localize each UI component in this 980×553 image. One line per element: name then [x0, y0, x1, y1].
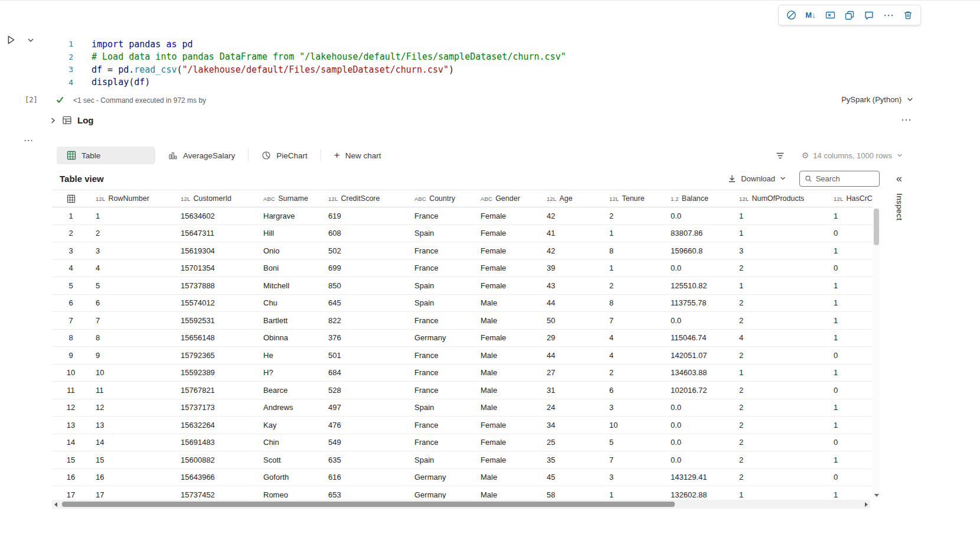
table-cell[interactable]: 50: [541, 312, 603, 329]
column-header-surname[interactable]: ABCSurname: [257, 190, 322, 207]
table-cell[interactable]: 5: [603, 434, 665, 451]
delete-cell-icon[interactable]: [901, 9, 914, 22]
row-index[interactable]: 3: [52, 242, 90, 259]
table-cell[interactable]: Male: [475, 382, 541, 399]
markdown-icon[interactable]: M↓: [804, 9, 817, 22]
table-cell[interactable]: 4: [603, 347, 665, 364]
table-cell[interactable]: 15592389: [175, 365, 257, 382]
table-cell[interactable]: 616: [322, 469, 409, 486]
table-cell[interactable]: 15737888: [175, 277, 257, 294]
column-header-tenure[interactable]: 12LTenure: [603, 190, 665, 207]
table-cell[interactable]: 1: [733, 225, 828, 242]
filter-icon[interactable]: [775, 151, 785, 161]
table-cell[interactable]: Spain: [409, 295, 475, 312]
column-header-gender[interactable]: ABCGender: [475, 190, 541, 207]
table-cell[interactable]: 2: [733, 417, 828, 434]
vertical-scrollbar-thumb[interactable]: [874, 209, 879, 245]
row-index[interactable]: 4: [52, 260, 90, 277]
table-cell[interactable]: France: [409, 312, 475, 329]
table-cell[interactable]: Spain: [409, 399, 475, 417]
table-cell[interactable]: 15701354: [175, 260, 257, 277]
cell-collapse-chevron-icon[interactable]: [26, 35, 35, 47]
table-cell[interactable]: 11: [90, 382, 175, 399]
table-cell[interactable]: 1: [828, 207, 873, 225]
table-cell[interactable]: 15600882: [175, 451, 257, 469]
comment-icon[interactable]: [863, 9, 876, 22]
table-cell[interactable]: 1: [603, 486, 665, 499]
row-index[interactable]: 12: [52, 399, 90, 417]
row-index[interactable]: 13: [52, 417, 90, 434]
table-cell[interactable]: 1: [733, 277, 828, 294]
table-cell[interactable]: 4: [90, 260, 175, 277]
table-cell[interactable]: France: [409, 260, 475, 277]
table-cell[interactable]: 2: [603, 207, 665, 225]
clear-output-icon[interactable]: [824, 9, 837, 22]
row-index[interactable]: 17: [52, 486, 90, 499]
table-cell[interactable]: 2: [90, 225, 175, 242]
tab-averagesalary[interactable]: AverageSalary: [155, 147, 248, 164]
column-header-numofproducts[interactable]: 12LNumOfProducts: [733, 190, 828, 207]
table-cell[interactable]: 102016.72: [665, 382, 733, 399]
table-cell[interactable]: 8: [603, 295, 665, 312]
table-cell[interactable]: 43: [541, 277, 603, 294]
table-cell[interactable]: 15737173: [175, 399, 257, 417]
table-cell[interactable]: 115046.74: [665, 330, 733, 347]
table-cell[interactable]: 502: [322, 242, 409, 259]
table-cell[interactable]: 142051.07: [665, 347, 733, 364]
table-cell[interactable]: 15656148: [175, 330, 257, 347]
table-cell[interactable]: 1: [828, 330, 873, 347]
table-cell[interactable]: 2: [733, 295, 828, 312]
column-header-age[interactable]: 12LAge: [541, 190, 603, 207]
table-cell[interactable]: 4: [733, 330, 828, 347]
table-cell[interactable]: 1: [733, 486, 828, 499]
tab-table[interactable]: Table: [57, 147, 155, 164]
table-cell[interactable]: Female: [475, 260, 541, 277]
table-cell[interactable]: 17: [90, 486, 175, 499]
table-cell[interactable]: 3: [733, 242, 828, 259]
row-index[interactable]: 8: [52, 330, 90, 347]
table-cell[interactable]: 0.0: [665, 417, 733, 434]
table-cell[interactable]: France: [409, 417, 475, 434]
table-cell[interactable]: Female: [475, 434, 541, 451]
vertical-scrollbar[interactable]: [873, 207, 880, 499]
table-cell[interactable]: Female: [475, 277, 541, 294]
table-cell[interactable]: 1: [90, 207, 175, 225]
table-cell[interactable]: 15: [90, 451, 175, 469]
table-cell[interactable]: 125510.82: [665, 277, 733, 294]
table-cell[interactable]: 3: [603, 399, 665, 417]
table-cell[interactable]: 159660.8: [665, 242, 733, 259]
table-cell[interactable]: 7: [603, 451, 665, 469]
table-cell[interactable]: Spain: [409, 277, 475, 294]
table-cell[interactable]: 376: [322, 330, 409, 347]
table-cell[interactable]: France: [409, 242, 475, 259]
table-cell[interactable]: 1: [828, 451, 873, 469]
tab-piechart[interactable]: PieChart: [249, 147, 321, 164]
table-cell[interactable]: 645: [322, 295, 409, 312]
table-cell[interactable]: 0: [828, 469, 873, 486]
table-cell[interactable]: 35: [541, 451, 603, 469]
table-cell[interactable]: 2: [733, 451, 828, 469]
table-cell[interactable]: Obinna: [257, 330, 322, 347]
table-cell[interactable]: 41: [541, 225, 603, 242]
table-cell[interactable]: Male: [475, 469, 541, 486]
table-cell[interactable]: 2: [733, 382, 828, 399]
table-cell[interactable]: 10: [90, 365, 175, 382]
horizontal-scrollbar-thumb[interactable]: [62, 502, 675, 507]
table-corner-grid-icon[interactable]: [52, 190, 90, 207]
duplicate-cell-icon[interactable]: [843, 9, 856, 22]
table-cell[interactable]: Male: [475, 486, 541, 499]
row-index[interactable]: 1: [52, 207, 90, 225]
row-index[interactable]: 7: [52, 312, 90, 329]
log-more-icon[interactable]: ⋯: [901, 113, 912, 126]
scroll-down-arrow-icon[interactable]: [874, 494, 879, 497]
table-cell[interactable]: 6: [603, 382, 665, 399]
table-cell[interactable]: 1: [603, 225, 665, 242]
more-options-icon[interactable]: ⋯: [882, 9, 895, 22]
table-cell[interactable]: 1: [733, 365, 828, 382]
column-header-customerid[interactable]: 12LCustomerId: [175, 190, 257, 207]
table-cell[interactable]: Male: [475, 295, 541, 312]
table-cell[interactable]: Andrews: [257, 399, 322, 417]
table-cell[interactable]: 24: [541, 399, 603, 417]
table-cell[interactable]: 10: [603, 417, 665, 434]
table-cell[interactable]: 684: [322, 365, 409, 382]
